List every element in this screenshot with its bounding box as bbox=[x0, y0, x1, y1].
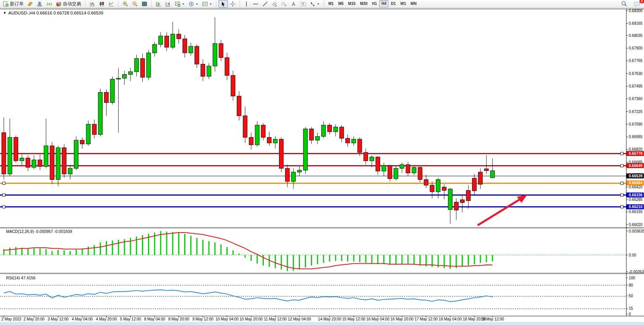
add-indicator-icon bbox=[175, 1, 180, 7]
candle-body-bear bbox=[466, 190, 470, 201]
fibonacci-icon: F bbox=[281, 1, 287, 7]
templates-button[interactable]: ▼ bbox=[200, 0, 214, 8]
candle-body-bull bbox=[74, 140, 78, 168]
chart-shift-button[interactable] bbox=[163, 0, 173, 8]
zoom-in-icon bbox=[123, 1, 128, 7]
time-tick-label: 5 May 12:00 bbox=[120, 317, 141, 321]
timeframe-h4[interactable]: H4 bbox=[379, 0, 389, 7]
crosshair-icon bbox=[230, 1, 236, 7]
profiles-button[interactable] bbox=[35, 0, 45, 8]
macd-tick-label: 0.00 bbox=[629, 253, 636, 257]
dropdown-arrow-icon: ▼ bbox=[182, 3, 185, 5]
candle-body-bull bbox=[44, 146, 48, 166]
chart-area[interactable]: ▼AUDUSD-,H4 0.66616 0.66728 0.66514 0.66… bbox=[0, 8, 644, 325]
candle-body-bear bbox=[418, 167, 422, 180]
timeframe-h1[interactable]: H1 bbox=[370, 0, 379, 7]
time-tick-label: 3 May 12:00 bbox=[48, 317, 69, 321]
toolbar-separator bbox=[239, 1, 240, 7]
line-handle[interactable] bbox=[621, 194, 623, 196]
signals-button[interactable] bbox=[45, 0, 54, 8]
svg-text:T: T bbox=[302, 2, 304, 6]
rsi-tick-label: 50 bbox=[629, 294, 633, 298]
tile-windows-button[interactable] bbox=[140, 0, 149, 8]
candle-body-bear bbox=[237, 96, 241, 116]
price-badge-label: 0.66336 bbox=[629, 193, 643, 197]
timeframe-d1[interactable]: D1 bbox=[389, 0, 398, 7]
candle-body-bull bbox=[123, 75, 127, 78]
auto-scroll-button[interactable] bbox=[154, 0, 163, 8]
candle-body-bear bbox=[14, 137, 18, 161]
text-label-icon: T bbox=[300, 1, 306, 7]
price-tick-label: 0.67765 bbox=[629, 59, 643, 63]
notification-badge: 1 bbox=[639, 0, 644, 4]
candle-body-bear bbox=[104, 92, 108, 103]
price-tick-label: 0.68035 bbox=[629, 33, 643, 38]
bar-chart-button[interactable] bbox=[88, 0, 97, 8]
timeframe-m5[interactable]: M5 bbox=[336, 0, 346, 7]
styler-icon bbox=[27, 1, 33, 7]
toolbar-separator bbox=[324, 1, 324, 7]
symbol-dropdown-icon[interactable]: ▼ bbox=[3, 11, 6, 15]
vertical-line-icon bbox=[244, 1, 249, 7]
toolbar-separator bbox=[85, 1, 86, 7]
zoom-in-button[interactable] bbox=[121, 0, 130, 8]
candle-body-bull bbox=[20, 158, 24, 161]
candle-body-bull bbox=[303, 129, 308, 170]
timeframe-mn[interactable]: MN bbox=[408, 0, 419, 7]
line-handle[interactable] bbox=[621, 206, 623, 208]
price-badge-label: 0.66539 bbox=[629, 174, 643, 178]
notifications-button[interactable]: 1 bbox=[632, 0, 642, 8]
time-tick-label: 2 May 2023 bbox=[2, 317, 22, 321]
candle-body-bull bbox=[110, 79, 115, 103]
candle-body-bear bbox=[340, 127, 344, 139]
text-button[interactable]: A bbox=[289, 0, 298, 8]
trendline-button[interactable] bbox=[260, 0, 270, 8]
candlestick-chart-button[interactable] bbox=[97, 0, 107, 8]
main-toolbar: 新订单 自动交易 bbox=[0, 0, 644, 8]
candle-body-bull bbox=[412, 167, 416, 173]
search-button[interactable] bbox=[619, 0, 629, 8]
timeframe-m30[interactable]: M30 bbox=[358, 0, 370, 7]
candle-body-bull bbox=[98, 92, 102, 135]
line-handle[interactable] bbox=[621, 164, 623, 167]
price-tick-label: 0.67630 bbox=[629, 72, 643, 76]
rsi-tick-label: 15 bbox=[629, 306, 633, 311]
periods-button[interactable]: ▼ bbox=[187, 0, 200, 8]
horizontal-line-button[interactable] bbox=[251, 0, 260, 8]
rsi-tick-label: 0 bbox=[629, 312, 631, 316]
zoom-out-button[interactable] bbox=[130, 0, 140, 8]
price-tick-label: 0.66285 bbox=[629, 198, 643, 202]
candle-body-bear bbox=[358, 139, 362, 153]
line-handle[interactable] bbox=[3, 194, 5, 196]
fibonacci-button[interactable]: F bbox=[279, 0, 289, 8]
time-tick-label: 17 May 12:00 bbox=[414, 317, 438, 321]
chart-shift-icon bbox=[165, 1, 171, 7]
cursor-button[interactable] bbox=[218, 0, 228, 8]
styler-button[interactable] bbox=[26, 0, 35, 8]
line-chart-button[interactable] bbox=[107, 0, 116, 8]
dropdown-arrow-icon: ▼ bbox=[196, 3, 198, 5]
time-tick-label: 10 May 04:00 bbox=[215, 317, 239, 321]
timeframe-m15[interactable]: M15 bbox=[346, 0, 358, 7]
line-handle[interactable] bbox=[3, 206, 5, 208]
chart-canvas[interactable]: ▼AUDUSD-,H4 0.66616 0.66728 0.66514 0.66… bbox=[0, 8, 644, 325]
add-indicator-button[interactable]: ▼ bbox=[173, 0, 187, 8]
new-order-button[interactable]: 新订单 bbox=[1, 0, 26, 8]
arrows-button[interactable]: ▼ bbox=[308, 0, 322, 8]
equidistant-channel-button[interactable]: E bbox=[270, 0, 279, 8]
text-label-button[interactable]: T bbox=[298, 0, 308, 8]
line-handle[interactable] bbox=[3, 182, 5, 185]
candle-body-bear bbox=[485, 169, 489, 171]
vertical-line-button[interactable] bbox=[242, 0, 251, 8]
candle-body-bear bbox=[309, 129, 314, 140]
line-handle[interactable] bbox=[621, 182, 623, 185]
candle-body-bear bbox=[38, 160, 42, 166]
crosshair-button[interactable] bbox=[228, 0, 238, 8]
timeframe-w1[interactable]: W1 bbox=[398, 0, 408, 7]
time-tick-label: 8 May 04:00 bbox=[144, 317, 165, 321]
timeframe-m1[interactable]: M1 bbox=[326, 0, 336, 7]
line-handle[interactable] bbox=[621, 152, 623, 155]
candle-body-bull bbox=[189, 46, 193, 53]
auto-trading-button[interactable]: 自动交易 bbox=[54, 0, 83, 8]
macd-label: MACD(12,26,9) -0.000957 -0.001509 bbox=[6, 229, 72, 234]
